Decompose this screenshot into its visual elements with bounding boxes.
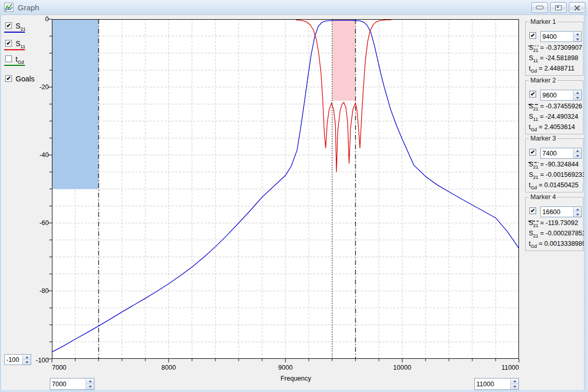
marker-2-title: Marker 2 [529, 77, 557, 84]
restore-button[interactable] [550, 2, 567, 13]
marker-3-down-button[interactable] [573, 153, 581, 158]
up-arrow-icon [576, 33, 579, 35]
s21-trace-color [4, 32, 25, 33]
marker-4-checkbox[interactable]: ✔ [529, 207, 536, 214]
x-axis-title: Frequency [52, 375, 540, 382]
window-border-left [0, 15, 1, 392]
marker-1-frequency-input[interactable] [541, 32, 573, 41]
marker-4-up-button[interactable] [573, 207, 581, 212]
marker-2-up-button[interactable] [573, 90, 581, 95]
marker-1-title: Marker 1 [529, 18, 557, 25]
down-arrow-icon [576, 155, 579, 157]
up-arrow-icon [576, 150, 579, 152]
legend-item-s11: ✔ S11 [4, 40, 46, 51]
tgd-trace-color [4, 65, 25, 66]
marker-1-frequency-spinner [540, 31, 582, 42]
tgd-checkbox[interactable] [5, 55, 12, 62]
marker-readout: tGd = 2.4053614 [529, 123, 582, 134]
s21-checkbox[interactable]: ✔ [5, 22, 12, 29]
up-arrow-icon [576, 208, 579, 211]
marker-readout: tGd = 0.0013338989 [529, 240, 582, 250]
s11-checkbox[interactable]: ✔ [5, 40, 12, 47]
goals-checkbox[interactable]: ✔ [5, 75, 12, 82]
minimize-button[interactable] [531, 2, 548, 13]
down-arrow-icon [513, 386, 516, 388]
marker-4-frequency-input[interactable] [541, 207, 573, 217]
marker-readout: S21 = -0.37455926 [529, 103, 582, 113]
goals-label: Goals [16, 75, 35, 83]
marker-readout: tGd = 0.01450425 [529, 181, 582, 192]
marker-2-linestyle-icon [528, 99, 539, 101]
marker-4-down-button[interactable] [573, 212, 581, 217]
restore-icon [555, 5, 562, 10]
marker-2-frequency-spinner [540, 90, 582, 101]
tgd-label: tGd [16, 55, 24, 65]
marker-2-checkbox[interactable]: ✔ [529, 91, 536, 97]
x-max-down-button[interactable] [511, 384, 518, 389]
x-tick-label: 9000 [278, 364, 293, 371]
x-min-input[interactable] [50, 379, 86, 389]
marker-1-linestyle-icon [528, 40, 539, 43]
marker-readout: S21 = -0.0015692312 [529, 171, 582, 181]
y-min-input[interactable] [5, 355, 22, 365]
x-tick-label: 10000 [393, 364, 412, 371]
marker-4-linestyle-icon [528, 215, 539, 218]
window-border-right [584, 15, 588, 392]
marker-1-readouts: S21 = -0.37309907S11 = -24.581898tGd = 2… [529, 44, 582, 75]
close-button[interactable] [569, 2, 585, 13]
marker-3-frequency-spinner [540, 148, 582, 159]
marker-3-readouts: S21 = -90.324844S21 = -0.0015692312tGd =… [529, 161, 582, 192]
y-tick-label: -20 [29, 83, 49, 91]
up-arrow-icon [25, 356, 29, 358]
s21-label: S21 [16, 22, 25, 32]
marker-2-down-button[interactable] [573, 95, 581, 100]
marker-1-down-button[interactable] [573, 37, 581, 41]
up-arrow-icon [89, 380, 92, 382]
marker-2-frequency-input[interactable] [541, 90, 573, 100]
close-icon [574, 5, 580, 10]
x-min-up-button[interactable] [86, 379, 94, 384]
window-controls [529, 2, 585, 13]
marker-4-title: Marker 4 [529, 193, 557, 201]
titlebar[interactable]: Graph [0, 0, 588, 15]
marker-readout: S11 = -24.490324 [529, 113, 582, 123]
marker-readout: S21 = -90.324844 [529, 161, 582, 171]
y-min-up-button[interactable] [23, 355, 31, 360]
down-arrow-icon [25, 361, 29, 363]
marker-4-readouts: S21 = -119.73092S21 = -0.0002878516tGd =… [529, 219, 582, 250]
s11-trace-color [4, 49, 25, 50]
marker-1-up-button[interactable] [573, 32, 581, 37]
marker-3-title: Marker 3 [529, 135, 557, 142]
x-max-up-button[interactable] [511, 379, 518, 384]
x-tick-label: 11000 [501, 364, 519, 371]
marker-3-linestyle-icon [528, 157, 539, 159]
down-arrow-icon [89, 386, 92, 388]
marker-2-group: Marker 2 ✔ S21 = -0.37455926S11 = -24.49… [525, 80, 583, 134]
marker-4-frequency-spinner [540, 206, 582, 217]
legend-item-tgd: tGd [4, 55, 46, 67]
plot-area[interactable] [52, 19, 519, 359]
x-min-spinner [50, 378, 94, 390]
legend-item-s21: ✔ S21 [4, 22, 46, 34]
minimize-icon [536, 6, 543, 9]
marker-3-checkbox[interactable]: ✔ [529, 149, 536, 156]
y-tick-label: -60 [29, 219, 49, 227]
graph-window-icon [4, 3, 13, 12]
window-border-bottom [0, 390, 588, 392]
s11-label: S11 [16, 39, 25, 49]
marker-3-frequency-input[interactable] [541, 148, 573, 158]
marker-2-readouts: S21 = -0.37455926S11 = -24.490324tGd = 2… [529, 103, 582, 134]
marker-1-checkbox[interactable]: ✔ [529, 32, 536, 39]
x-max-spinner [474, 378, 519, 390]
y-min-down-button[interactable] [23, 360, 31, 365]
marker-readout: S21 = -0.0002878516 [529, 230, 582, 240]
marker-3-group: Marker 3 ✔ S21 = -90.324844S21 = -0.0015… [525, 138, 583, 192]
down-arrow-icon [576, 38, 579, 40]
marker-3-up-button[interactable] [573, 148, 581, 153]
down-arrow-icon [576, 97, 579, 99]
x-min-down-button[interactable] [86, 384, 94, 389]
window-title: Graph [18, 0, 39, 15]
x-max-input[interactable] [475, 379, 510, 389]
down-arrow-icon [576, 214, 579, 216]
marker-readout: tGd = 2.4488711 [529, 65, 582, 75]
